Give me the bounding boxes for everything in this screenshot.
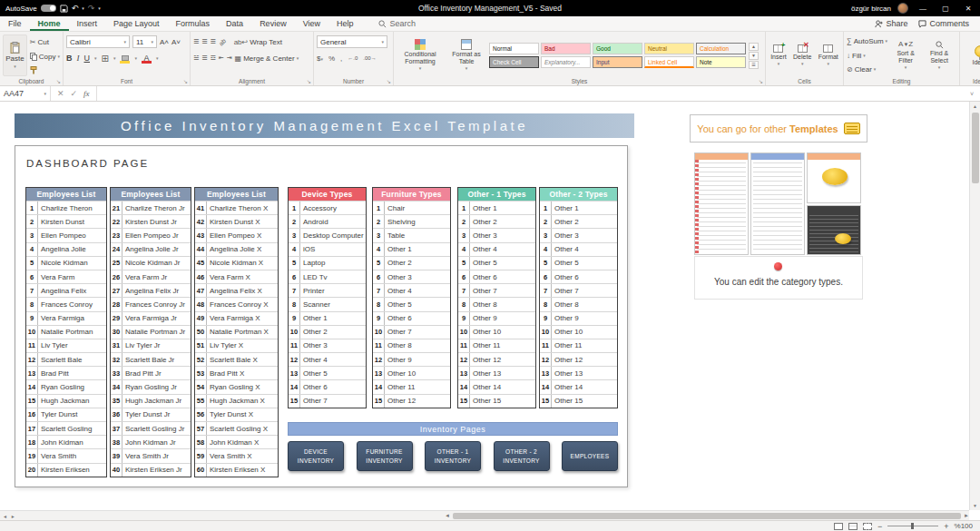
comments-button[interactable]: Comments <box>918 19 969 28</box>
table-row[interactable]: 35Hugh Jackman Jr <box>111 394 191 408</box>
table-row[interactable]: 5Nicole Kidman <box>26 256 106 270</box>
worksheet-area[interactable]: Office Inventory Management Excel Templa… <box>0 102 969 510</box>
table-row[interactable]: 7Other 7 <box>458 283 535 297</box>
table-row[interactable]: 19Vera Smith <box>26 448 106 462</box>
enter-entry-icon[interactable]: ✓ <box>71 89 78 98</box>
zoom-in-button[interactable]: + <box>944 522 948 531</box>
autosave-toggle[interactable] <box>41 5 56 12</box>
table-row[interactable]: 3Desktop Computer <box>289 228 366 241</box>
underline-button[interactable]: U <box>84 54 91 63</box>
table-row[interactable]: 52Scarlett Bale X <box>195 352 278 366</box>
shrink-font-button[interactable]: A˅ <box>172 36 181 48</box>
table-row[interactable]: 20Kirsten Eriksen <box>26 463 106 477</box>
table-row[interactable]: 37Scarlett Gosling Jr <box>111 421 191 435</box>
redo-button[interactable]: ↷ <box>88 5 95 13</box>
table-row[interactable]: 3Table <box>373 228 450 241</box>
save-icon[interactable] <box>60 5 68 13</box>
zoom-slider[interactable] <box>887 526 938 526</box>
number-format-select[interactable]: General▾ <box>317 35 387 48</box>
fill-button[interactable]: ↓Fill▾ <box>847 50 887 62</box>
table-row[interactable]: 11Other 3 <box>289 339 366 352</box>
table-row[interactable]: 59Vera Smith X <box>195 448 278 462</box>
font-size-select[interactable]: 11▾ <box>132 35 157 48</box>
table-row[interactable]: 14Other 14 <box>458 379 535 393</box>
table-row[interactable]: 6Vera Farm <box>26 270 106 283</box>
table-row[interactable]: 53Brad Pitt X <box>195 366 278 379</box>
percent-style-button[interactable]: % <box>328 54 335 63</box>
table-row[interactable]: 12Other 12 <box>458 352 535 366</box>
undo-dropdown-icon[interactable]: ▾ <box>82 5 84 11</box>
table-row[interactable]: 56Tyler Dunst X <box>195 408 278 421</box>
table-row[interactable]: 24Angelina Jolie Jr <box>111 242 191 256</box>
table-row[interactable]: 13Other 10 <box>373 366 450 379</box>
scroll-up-icon[interactable]: ▲ <box>970 102 980 111</box>
table-row[interactable]: 8Other 8 <box>540 297 617 310</box>
alignment-dialog-launcher[interactable]: ↘ <box>307 78 311 84</box>
bold-button[interactable]: B <box>66 54 73 63</box>
table-row[interactable]: 14Other 11 <box>373 379 450 393</box>
scroll-right-icon[interactable]: ► <box>964 513 969 518</box>
comma-style-button[interactable]: , <box>340 54 342 63</box>
cell-style-bad[interactable]: Bad <box>541 43 591 54</box>
align-left-button[interactable]: ☱ <box>193 54 199 62</box>
clipboard-dialog-launcher[interactable]: ↘ <box>56 78 61 84</box>
table-row[interactable]: 2Android <box>289 214 366 228</box>
find-select-button[interactable]: Find & Select▾ <box>924 34 955 76</box>
inventory-button-employees[interactable]: EMPLOYEES <box>562 441 618 471</box>
table-row[interactable]: 8Other 8 <box>458 297 535 310</box>
table-row[interactable]: 9Other 6 <box>373 311 450 325</box>
page-break-view-icon[interactable] <box>863 523 872 530</box>
table-row[interactable]: 3Other 3 <box>540 228 617 241</box>
formula-input[interactable] <box>97 86 964 101</box>
templates-note-box[interactable]: You can go for other Templates <box>690 114 867 143</box>
table-row[interactable]: 4Angelina Jolie <box>26 242 106 256</box>
table-row[interactable]: 1Charlize Theron <box>26 201 106 214</box>
cell-style-linked-cell[interactable]: Linked Cell <box>644 56 694 68</box>
italic-button[interactable]: I <box>77 54 80 63</box>
table-row[interactable]: 9Other 9 <box>540 311 617 325</box>
share-button[interactable]: Share <box>875 19 907 28</box>
table-row[interactable]: 15Other 15 <box>540 394 617 408</box>
table-row[interactable]: 28Frances Conroy Jr <box>111 297 191 310</box>
merge-center-button[interactable]: ▦Merge & Center▾ <box>235 53 299 64</box>
name-box-dropdown-icon[interactable]: ▾ <box>44 91 46 96</box>
table-row[interactable]: 23Ellen Pompeo Jr <box>111 228 191 241</box>
table-row[interactable]: 6LED Tv <box>289 270 366 283</box>
table-row[interactable]: 16Tyler Dunst <box>26 408 106 421</box>
top-align-button[interactable]: ☰ <box>193 38 199 45</box>
clear-button[interactable]: ⊘Clear▾ <box>847 64 887 75</box>
format-painter-button[interactable] <box>30 66 60 74</box>
table-row[interactable]: 40Kirsten Eriksen Jr <box>111 463 191 477</box>
table-row[interactable]: 3Other 3 <box>458 228 535 241</box>
ribbon-tab-review[interactable]: Review <box>251 16 295 31</box>
conditional-formatting-button[interactable]: Conditional Formatting▾ <box>397 39 444 72</box>
font-name-select[interactable]: Calibri▾ <box>66 35 130 48</box>
format-as-table-button[interactable]: Format as Table▾ <box>446 39 486 72</box>
bottom-align-button[interactable]: ☰ <box>211 38 216 45</box>
table-row[interactable]: 10Other 10 <box>540 325 617 339</box>
table-row[interactable]: 30Natalie Portman Jr <box>111 325 191 339</box>
align-right-button[interactable]: ☲ <box>211 54 216 62</box>
table-row[interactable]: 4Other 1 <box>373 242 450 256</box>
table-row[interactable]: 58John Kidman X <box>195 435 278 448</box>
normal-view-icon[interactable] <box>834 523 843 530</box>
table-row[interactable]: 42Kirsten Dunst X <box>195 214 278 228</box>
table-row[interactable]: 7Angelina Felix <box>26 283 106 297</box>
table-row[interactable]: 6Other 6 <box>458 270 535 283</box>
table-row[interactable]: 15Hugh Jackman <box>26 394 106 408</box>
table-row[interactable]: 7Other 4 <box>373 283 450 297</box>
cancel-entry-icon[interactable]: ✕ <box>57 89 64 98</box>
copy-button[interactable]: Copy▾ <box>30 51 60 63</box>
styles-dialog-launcher[interactable]: ↘ <box>759 78 763 84</box>
table-row[interactable]: 2Other 2 <box>458 214 535 228</box>
cell-style-normal[interactable]: Normal <box>489 43 539 54</box>
zoom-slider-knob[interactable] <box>911 523 914 529</box>
table-row[interactable]: 22Kirsten Dunst Jr <box>111 214 191 228</box>
table-row[interactable]: 46Vera Farm X <box>195 270 278 283</box>
table-row[interactable]: 1Other 1 <box>540 201 617 214</box>
gallery-more-button[interactable]: ☰ <box>749 61 759 69</box>
scroll-down-icon[interactable]: ▼ <box>970 501 980 510</box>
borders-button[interactable]: ⊞ <box>102 54 109 64</box>
table-row[interactable]: 44Angelina Jolie X <box>195 242 278 256</box>
delete-cells-button[interactable]: ✕ Delete▾ <box>791 44 813 67</box>
